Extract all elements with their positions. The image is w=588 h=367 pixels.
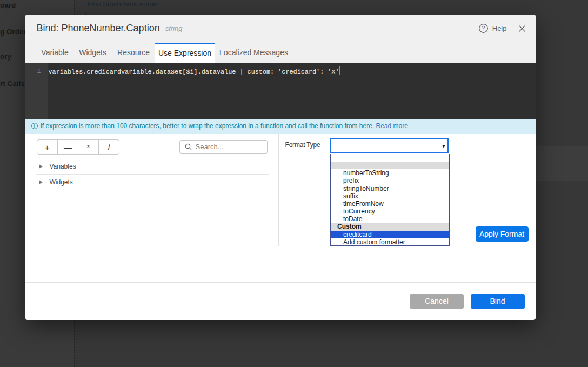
svg-text:?: ? (482, 25, 485, 31)
